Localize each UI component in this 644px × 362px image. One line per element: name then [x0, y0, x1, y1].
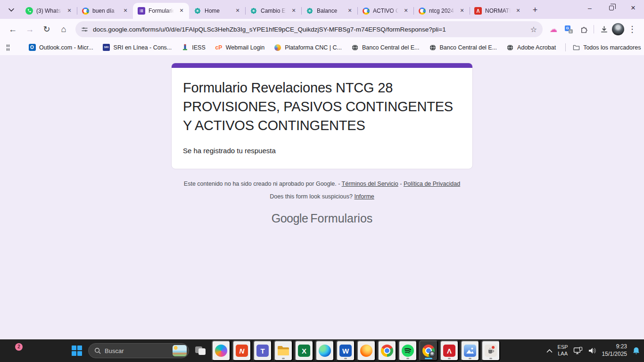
close-icon[interactable]: × [346, 7, 354, 15]
taskbar-app-teams[interactable]: T [253, 340, 272, 361]
tab-buen-dia[interactable]: buen día × [77, 3, 133, 19]
bookmark-star-icon[interactable]: ☆ [530, 25, 537, 34]
home-button[interactable]: ⌂ [56, 21, 72, 37]
tray-date: 15/1/2025 [602, 351, 627, 358]
bookmark-banco-central-1[interactable]: Banco Central del E... [351, 44, 420, 51]
notifications-bell-icon[interactable] [632, 346, 640, 355]
browser-menu-icon[interactable]: ⋮ [625, 22, 639, 36]
bookmark-sri[interactable]: SRI SRI en Línea - Cons... [103, 44, 172, 51]
footer-suspicious: Does this form look suspicious? Informe [166, 193, 478, 200]
new-tab-button[interactable]: + [528, 3, 542, 16]
tab-ntcg[interactable]: ntcg 2024 × [413, 3, 470, 19]
google-forms-wordmark: GoogleFormularios [166, 212, 478, 225]
task-view-button[interactable] [191, 340, 210, 361]
taskbar-app-firefox[interactable] [357, 340, 376, 361]
tab-title: Home [205, 8, 231, 14]
java-app-icon [485, 345, 497, 357]
close-icon[interactable]: × [178, 7, 185, 15]
network-display-icon[interactable] [573, 346, 583, 355]
tab-whatsapp[interactable]: (3) Whats × [21, 3, 77, 19]
globe-icon [429, 44, 437, 51]
tab-normativa[interactable]: Λ NORMATI × [470, 3, 526, 19]
taskbar-app-edge[interactable] [315, 340, 334, 361]
toolbar-divider [594, 25, 594, 33]
close-icon[interactable]: × [122, 7, 129, 15]
spotify-icon [402, 345, 414, 357]
taskbar-app-file-explorer[interactable] [274, 340, 293, 361]
bookmark-banco-central-2[interactable]: Banco Central del E... [429, 44, 497, 51]
page-content: Formulario Revelaciones NTCG 28 PROVISIO… [0, 55, 644, 339]
close-icon[interactable]: × [66, 7, 73, 15]
privacy-link[interactable]: Política de Privacidad [404, 181, 460, 187]
restore-icon [609, 6, 614, 10]
translate-icon[interactable]: Ga [561, 22, 576, 36]
taskbar-search-box[interactable]: Buscar [88, 343, 189, 358]
profile-avatar[interactable] [612, 23, 624, 35]
taskbar-app-chrome[interactable] [378, 340, 396, 361]
browser-toolbar: ← → ↻ ⌂ docs.google.com/forms/u/0/d/e/1F… [0, 19, 644, 40]
cpanel-icon: cP [215, 44, 223, 51]
address-bar[interactable]: docs.google.com/forms/u/0/d/e/1FAIpQLSc3… [75, 21, 543, 37]
google-icon [82, 7, 89, 15]
chevron-down-icon [8, 8, 14, 12]
bookmark-webmail[interactable]: cP Webmail Login [215, 44, 264, 51]
taskbar-app-spotify[interactable] [398, 340, 417, 361]
folder-icon [572, 44, 580, 51]
downloads-icon[interactable] [597, 22, 611, 36]
close-icon[interactable]: × [514, 7, 522, 15]
url-text[interactable]: docs.google.com/forms/u/0/d/e/1FAIpQLSc3… [93, 26, 526, 33]
tab-balance[interactable]: Balance × [301, 3, 357, 19]
close-window-button[interactable]: × [622, 0, 644, 16]
bookmark-label: IESS [192, 44, 206, 51]
edge-icon [319, 345, 331, 357]
tab-title: buen día [92, 8, 118, 14]
clock[interactable]: 9:23 15/1/2025 [602, 343, 627, 358]
window-controls: – × [579, 0, 644, 16]
search-daily-image[interactable] [173, 345, 187, 356]
whatsapp-icon [25, 7, 33, 15]
taskbar-app-word[interactable]: W [336, 340, 355, 361]
tab-search-button[interactable] [5, 3, 18, 16]
tab-title: (3) Whats [36, 8, 62, 14]
bookmarks-divider [565, 43, 566, 51]
iess-icon [181, 44, 189, 51]
close-icon[interactable]: × [234, 7, 241, 15]
taskbar-app-acrobat[interactable]: Λ [440, 340, 459, 361]
apps-grid-icon[interactable] [7, 44, 9, 51]
close-icon[interactable]: × [458, 7, 466, 15]
memories-cloud-icon[interactable]: ☁ [546, 22, 561, 36]
close-icon[interactable]: × [290, 7, 297, 15]
taskbar-app-photos[interactable] [461, 340, 479, 361]
back-button[interactable]: ← [5, 21, 21, 37]
excel-icon: X [298, 345, 310, 357]
tray-chevron-up-icon[interactable] [546, 349, 553, 353]
taskbar-app-java[interactable] [481, 340, 500, 361]
minimize-button[interactable]: – [579, 0, 601, 16]
widgets-weather-button[interactable]: 2 [7, 343, 23, 359]
tab-formulario-active[interactable]: Formulario × [133, 3, 189, 19]
language-indicator[interactable]: ESP LAA [558, 344, 568, 357]
taskbar-app-chrome-profile-active[interactable] [419, 340, 438, 361]
tab-home[interactable]: Home × [189, 3, 245, 19]
all-bookmarks-button[interactable]: Todos los marcadores [572, 44, 641, 51]
close-icon[interactable]: × [402, 7, 410, 15]
bookmark-cnc[interactable]: Plataforma CNC | C... [274, 44, 342, 51]
tab-cambio[interactable]: Cambio E × [245, 3, 301, 19]
restore-button[interactable] [601, 0, 622, 16]
taskbar-app-nitro-pdf[interactable]: N [232, 340, 251, 361]
site-settings-icon[interactable] [81, 26, 88, 33]
bookmark-outlook[interactable]: O Outlook.com - Micr... [28, 44, 93, 51]
start-button[interactable] [67, 340, 86, 361]
java-red-dot [492, 346, 495, 349]
report-link[interactable]: Informe [354, 193, 374, 200]
terms-link[interactable]: Términos del Servicio [342, 181, 398, 187]
extensions-icon[interactable] [577, 22, 591, 36]
bookmark-iess[interactable]: IESS [181, 44, 206, 51]
tab-activo[interactable]: ACTIVO C × [357, 3, 413, 19]
bookmark-adobe[interactable]: Adobe Acrobat [506, 44, 556, 51]
volume-icon[interactable] [588, 347, 597, 354]
taskbar-app-copilot[interactable] [212, 340, 231, 361]
taskbar-app-excel[interactable]: X [295, 340, 314, 361]
forward-button[interactable]: → [22, 21, 38, 37]
reload-button[interactable]: ↻ [39, 21, 55, 37]
